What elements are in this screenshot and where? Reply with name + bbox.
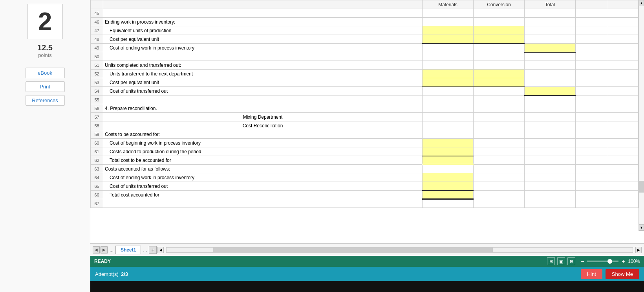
cell-50-e[interactable] (576, 52, 607, 61)
cell-46-a[interactable]: Ending work in process inventory: (103, 18, 423, 26)
break-view-icon[interactable]: ⊟ (567, 257, 575, 265)
cell-45-a[interactable] (103, 9, 423, 18)
cell-54-conv[interactable] (474, 87, 525, 95)
cell-64-a[interactable]: Cost of ending work in process inventory (103, 173, 423, 182)
cell-53-total[interactable] (525, 78, 576, 87)
cell-64-f[interactable] (607, 173, 639, 182)
cell-55-a[interactable] (103, 95, 423, 104)
cell-50-a[interactable] (103, 52, 423, 61)
tab-next-btn[interactable]: ▶ (101, 246, 108, 253)
cell-59-a[interactable]: Costs to be accounted for: (103, 130, 423, 139)
cell-63-f[interactable] (607, 165, 639, 173)
scroll-down-btn[interactable]: ▼ (639, 224, 644, 231)
cell-54-a[interactable]: Cost of units transferred out (103, 87, 423, 95)
zoom-out-btn[interactable]: − (579, 258, 585, 264)
cell-62-conv[interactable] (474, 156, 525, 165)
cell-62-total[interactable] (525, 156, 576, 165)
references-button[interactable]: References (26, 95, 65, 106)
scroll-track[interactable] (639, 6, 644, 224)
cell-58-a[interactable]: Cost Reconciliation (103, 121, 423, 130)
cell-61-total[interactable] (525, 147, 576, 156)
cell-64-total[interactable] (525, 173, 576, 182)
cell-67-total[interactable] (525, 199, 576, 208)
cell-55-conv[interactable] (474, 95, 525, 104)
cell-65-mat[interactable] (423, 182, 474, 191)
cell-48-f[interactable] (607, 35, 639, 44)
zoom-in-btn[interactable]: + (620, 258, 626, 264)
cell-52-a[interactable]: Units transferred to the next department (103, 70, 423, 78)
cell-65-total[interactable] (525, 182, 576, 191)
cell-59-total[interactable] (525, 130, 576, 139)
cell-50-total[interactable] (525, 52, 576, 61)
cell-67-conv[interactable] (474, 199, 525, 208)
cell-67-mat[interactable] (423, 199, 474, 208)
cell-60-conv[interactable] (474, 139, 525, 147)
spreadsheet-table-container[interactable]: Materials Conversion Total 45 (90, 0, 639, 231)
cell-51-a[interactable]: Units completed and transferred out: (103, 61, 423, 70)
cell-59-e[interactable] (576, 130, 607, 139)
cell-49-f[interactable] (607, 44, 639, 52)
cell-51-mat[interactable] (423, 61, 474, 70)
scroll-thumb[interactable] (639, 181, 644, 193)
cell-56-mat[interactable] (423, 104, 474, 113)
cell-49-a[interactable]: Cost of ending work in process inventory (103, 44, 423, 52)
cell-61-mat[interactable] (423, 147, 474, 156)
cell-61-f[interactable] (607, 147, 639, 156)
cell-53-mat[interactable] (423, 78, 474, 87)
cell-60-e[interactable] (576, 139, 607, 147)
cell-47-mat[interactable] (423, 26, 474, 35)
h-scroll-left[interactable]: ◀ (157, 247, 164, 253)
cell-52-mat[interactable] (423, 70, 474, 78)
cell-57-f[interactable] (607, 113, 639, 121)
cell-52-conv[interactable] (474, 70, 525, 78)
cell-54-f[interactable] (607, 87, 639, 95)
cell-67-f[interactable] (607, 199, 639, 208)
cell-62-mat[interactable] (423, 156, 474, 165)
cell-50-f[interactable] (607, 52, 639, 61)
cell-51-f[interactable] (607, 61, 639, 70)
cell-60-a[interactable]: Cost of beginning work in process invent… (103, 139, 423, 147)
cell-48-conv[interactable] (474, 35, 525, 44)
cell-60-f[interactable] (607, 139, 639, 147)
cell-61-e[interactable] (576, 147, 607, 156)
hint-button[interactable]: Hint (581, 269, 602, 279)
cell-52-f[interactable] (607, 70, 639, 78)
cell-57-a[interactable]: Mixing Department (103, 113, 423, 121)
cell-65-conv[interactable] (474, 182, 525, 191)
cell-67-a[interactable] (103, 199, 423, 208)
zoom-slider[interactable] (587, 261, 618, 262)
h-scroll-right[interactable]: ▶ (635, 247, 642, 253)
cell-51-total[interactable] (525, 61, 576, 70)
cell-66-conv[interactable] (474, 191, 525, 199)
cell-66-mat[interactable] (423, 191, 474, 199)
print-button[interactable]: Print (26, 81, 65, 92)
cell-59-conv[interactable] (474, 130, 525, 139)
cell-55-mat[interactable] (423, 95, 474, 104)
cell-48-e[interactable] (576, 35, 607, 44)
cell-57-mat[interactable] (423, 113, 474, 121)
cell-45-conv[interactable] (474, 9, 525, 18)
cell-52-e[interactable] (576, 70, 607, 78)
cell-63-total[interactable] (525, 165, 576, 173)
cell-46-e[interactable] (576, 18, 607, 26)
cell-49-conv[interactable] (474, 44, 525, 52)
cell-65-a[interactable]: Cost of units transferred out (103, 182, 423, 191)
cell-55-total[interactable] (525, 95, 576, 104)
cell-62-e[interactable] (576, 156, 607, 165)
cell-53-f[interactable] (607, 78, 639, 87)
cell-55-e[interactable] (576, 95, 607, 104)
cell-66-total[interactable] (525, 191, 576, 199)
cell-65-f[interactable] (607, 182, 639, 191)
cell-46-conv[interactable] (474, 18, 525, 26)
cell-47-total[interactable] (525, 26, 576, 35)
cell-46-total[interactable] (525, 18, 576, 26)
cell-47-a[interactable]: Equivalent units of production (103, 26, 423, 35)
cell-58-e[interactable] (576, 121, 607, 130)
cell-59-mat[interactable] (423, 130, 474, 139)
cell-52-total[interactable] (525, 70, 576, 78)
vertical-scrollbar[interactable]: ▲ ▼ (639, 0, 644, 231)
cell-48-total[interactable] (525, 35, 576, 44)
cell-63-a[interactable]: Costs accounted for as follows: (103, 165, 423, 173)
cell-61-a[interactable]: Costs added to production during the per… (103, 147, 423, 156)
cell-45-total[interactable] (525, 9, 576, 18)
